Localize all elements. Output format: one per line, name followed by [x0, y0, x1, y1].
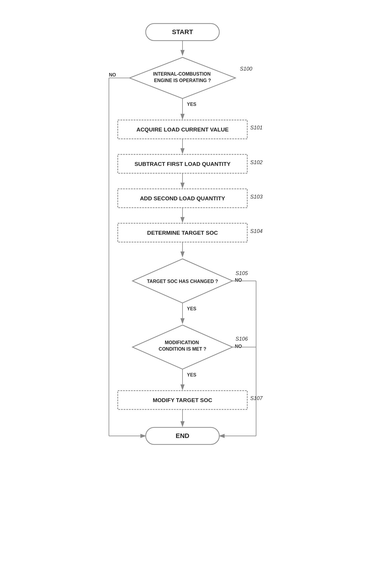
s101-text: ACQUIRE LOAD CURRENT VALUE — [136, 126, 228, 133]
flowchart-svg: START INTERNAL-COMBUSTION ENGINE IS OPER… — [82, 12, 283, 577]
s107-label: S107 — [250, 395, 263, 401]
s105-label: S105 — [235, 270, 248, 276]
s106-yes-label: YES — [187, 372, 196, 377]
s104-label: S104 — [250, 228, 263, 234]
s107-text: MODIFY TARGET SOC — [153, 397, 212, 403]
s100-no-label: NO — [109, 72, 116, 77]
flowchart: START INTERNAL-COMBUSTION ENGINE IS OPER… — [79, 12, 286, 577]
s100-yes-label: YES — [187, 102, 196, 107]
s102-text: SUBTRACT FIRST LOAD QUANTITY — [135, 161, 230, 167]
s105-text: TARGET SOC HAS CHANGED ? — [147, 279, 218, 284]
s102-label: S102 — [250, 159, 263, 165]
s104-text: DETERMINE TARGET SOC — [147, 230, 218, 236]
start-label: START — [172, 28, 193, 36]
s106-no-label: NO — [235, 344, 242, 349]
s103-label: S103 — [250, 194, 263, 200]
s106-label: S106 — [235, 336, 248, 342]
s105-no-label: NO — [235, 278, 242, 283]
s100-label: S100 — [240, 66, 252, 72]
s103-text: ADD SECOND LOAD QUANTITY — [140, 195, 225, 201]
end-label: END — [176, 432, 189, 439]
s101-label: S101 — [250, 125, 263, 131]
s105-yes-label: YES — [187, 306, 196, 311]
